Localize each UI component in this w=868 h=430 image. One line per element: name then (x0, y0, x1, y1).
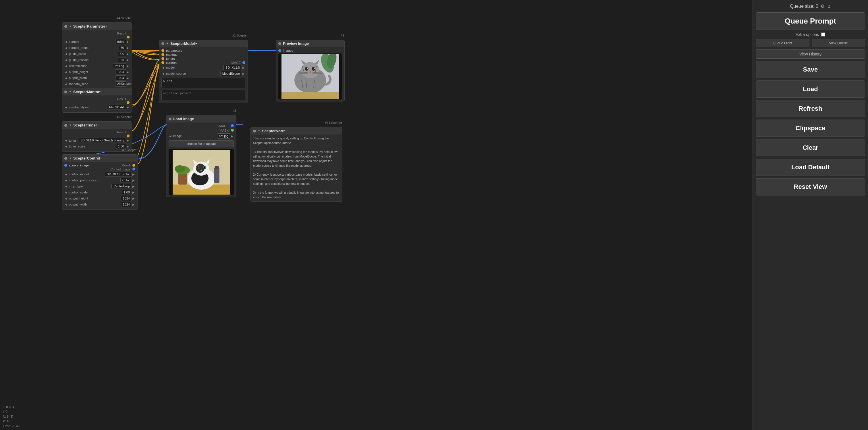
arrow-left-ms[interactable]: ◀ (161, 72, 165, 75)
images-connector[interactable] (278, 49, 281, 52)
arrow-right-tuner[interactable]: ▶ (126, 139, 129, 142)
save-button[interactable]: Save (756, 61, 865, 78)
node-collapse-dot-model[interactable] (161, 42, 164, 45)
arrow-left-imgfile[interactable]: ◀ (168, 135, 172, 138)
arrow-right-imgfile[interactable]: ▶ (230, 135, 234, 138)
choose-file-button[interactable]: choose file to upload (168, 140, 234, 147)
canvas-area[interactable]: #4 Scepter ✦ ScepterParameter~ Result ◀ … (0, 0, 752, 430)
arrow-right-mantra[interactable]: ▶ (126, 106, 129, 109)
node-row-crop-type: ◀ crop_type CenterCrop ▶ (64, 184, 135, 189)
arrow-left-cow[interactable]: ◀ (64, 203, 68, 206)
scepter-control-node: #7 Scepter ✦ ScepterControl~ source_imag… (62, 154, 138, 210)
arrow-left-sample[interactable]: ◀ (64, 40, 68, 44)
tuners-connector[interactable] (161, 57, 164, 60)
node-header-parameter: ✦ ScepterParameter~ (62, 23, 132, 30)
arrow-left-oh[interactable]: ◀ (64, 70, 68, 74)
view-history-button[interactable]: View History (756, 50, 865, 59)
load-image-out-connector[interactable] (231, 124, 234, 127)
result-connector-mantra[interactable] (127, 101, 129, 104)
svg-point-34 (200, 170, 202, 171)
node-row-image-file: ◀ image cat.jpg ▶ (168, 133, 234, 139)
gear-icon[interactable]: ⚙ (820, 3, 825, 9)
arrow-right-coh[interactable]: ▶ (132, 197, 135, 200)
result-connector-tuner[interactable] (127, 135, 129, 137)
clipspace-button[interactable]: Clipspace (756, 120, 865, 137)
arrow-left-guide-rescale[interactable]: ◀ (64, 58, 68, 61)
node-collapse-dot-mantra[interactable] (64, 90, 67, 93)
arrow-right-guide-rescale[interactable]: ▶ (126, 58, 129, 61)
load-button[interactable]: Load (756, 81, 865, 98)
arrow-right-discr[interactable]: ▶ (126, 64, 129, 67)
controls-connector[interactable] (161, 61, 164, 64)
svg-point-8 (314, 67, 315, 69)
arrow-left-coh[interactable]: ◀ (64, 197, 68, 200)
arrow-left-ct[interactable]: ◀ (64, 185, 68, 188)
svg-point-5 (305, 67, 308, 71)
arrow-left-mantra[interactable]: ◀ (64, 106, 68, 109)
negative-prompt-input[interactable] (161, 90, 245, 100)
node-title-control: ScepterControl~ (73, 156, 102, 161)
arrow-right-model[interactable]: ▶ (242, 66, 245, 69)
arrow-left-tuner-scale[interactable]: ◀ (64, 145, 68, 148)
node-collapse-dot-control[interactable] (64, 157, 67, 160)
reset-view-button[interactable]: Reset View (756, 178, 865, 196)
arrow-right-cow[interactable]: ▶ (132, 203, 135, 206)
view-queue-button[interactable]: View Queue (812, 39, 865, 47)
positive-prompt-input[interactable]: a cat (161, 78, 245, 88)
arrow-left-cs[interactable]: ◀ (64, 191, 68, 194)
parameters-connector[interactable] (161, 49, 164, 52)
arrow-right-cm[interactable]: ▶ (132, 173, 135, 176)
node-collapse-dot-note[interactable] (253, 130, 256, 133)
node-tag-note: #11 Scepter (325, 121, 342, 124)
arrow-left-seed[interactable]: ◀ (64, 83, 68, 86)
arrow-right-steps[interactable]: ▶ (126, 46, 129, 50)
display-icon[interactable]: 🖥 (827, 4, 831, 9)
load-default-button[interactable]: Load Default (756, 159, 865, 176)
node-body-parameter: Result ◀ sample ddim ▶ ◀ sample_steps 50… (62, 30, 132, 89)
arrow-right-guide-scale[interactable]: ▶ (126, 52, 129, 55)
arrow-left-cm[interactable]: ◀ (64, 173, 68, 176)
note-content: This is a sample for quickly setting up … (253, 136, 340, 200)
mantras-connector[interactable] (161, 53, 164, 56)
node-tag-mantra: #5 Scepter (117, 82, 132, 85)
node-collapse-dot-parameter[interactable] (64, 25, 67, 28)
arrow-right-ct[interactable]: ▶ (132, 185, 135, 188)
node-row-tuner: ◀ tuner SD_XL1.0_Pencil Sketch Drawing ▶ (64, 138, 129, 143)
arrow-right-tuner-scale[interactable]: ▶ (126, 145, 129, 148)
node-body-load-image: IMAGE MASK ◀ image cat.jpg ▶ choose file… (166, 122, 236, 197)
node-tag-preview: #2 (341, 34, 344, 37)
node-collapse-dot-tuner[interactable] (64, 124, 67, 127)
arrow-left-ow[interactable]: ◀ (64, 77, 68, 80)
clear-button[interactable]: Clear (756, 139, 865, 156)
svg-point-9 (309, 71, 311, 73)
source-image-socket: source_image Result (64, 164, 135, 167)
node-collapse-dot-preview[interactable] (278, 42, 281, 45)
refresh-button[interactable]: Refresh (756, 100, 865, 117)
status-fps: FPS:123.46 (3, 424, 55, 429)
extra-options-checkbox[interactable] (821, 32, 825, 36)
queue-front-button[interactable]: Queue Front (756, 39, 809, 47)
load-mask-out-connector[interactable] (231, 129, 234, 132)
arrow-right-oh[interactable]: ▶ (126, 70, 129, 74)
arrow-right-ow[interactable]: ▶ (126, 77, 129, 80)
arrow-right-cs[interactable]: ▶ (132, 191, 135, 194)
scepter-model-node: #1 Scepter ✦ ScepterModel~ parameters ma… (159, 40, 248, 103)
source-image-connector[interactable] (64, 164, 67, 167)
arrow-left-model[interactable]: ◀ (161, 66, 165, 69)
result-connector-parameter[interactable] (127, 36, 129, 38)
arrow-right-ms[interactable]: ▶ (242, 72, 245, 75)
arrow-left-steps[interactable]: ◀ (64, 46, 68, 50)
arrow-right-sample[interactable]: ▶ (126, 40, 129, 44)
arrow-left-cp[interactable]: ◀ (64, 179, 68, 182)
arrow-left-tuner[interactable]: ◀ (64, 139, 68, 142)
arrow-right-cp[interactable]: ▶ (132, 179, 135, 182)
model-image-out-connector[interactable] (242, 61, 245, 64)
control-result-connector[interactable] (132, 164, 135, 167)
queue-prompt-button[interactable]: Queue Prompt (756, 12, 865, 30)
arrow-left-guide-scale[interactable]: ◀ (64, 52, 68, 55)
node-collapse-dot-load-image[interactable] (168, 118, 172, 120)
control-image-connector[interactable] (132, 168, 135, 170)
node-title-note: ScepterNote~ (262, 129, 286, 133)
svg-point-33 (204, 166, 205, 169)
arrow-left-discr[interactable]: ◀ (64, 64, 68, 67)
